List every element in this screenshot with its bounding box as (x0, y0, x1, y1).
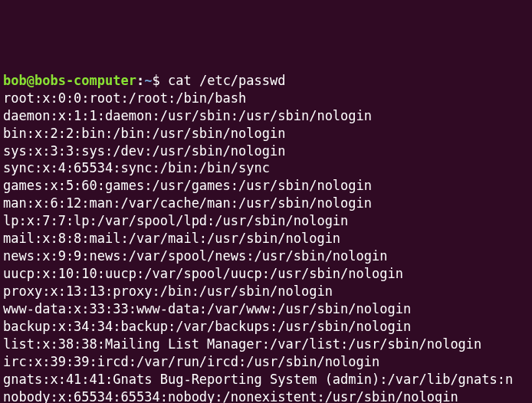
output-line: man:x:6:12:man:/var/cache/man:/usr/sbin/… (3, 195, 529, 212)
output-line: sync:x:4:65534:sync:/bin:/bin/sync (3, 159, 529, 177)
prompt-separator: : (136, 73, 144, 88)
output-line: mail:x:8:8:mail:/var/mail:/usr/sbin/nolo… (3, 230, 529, 247)
prompt-line: bob@bobs-computer:~$ cat /etc/passwd (3, 73, 286, 88)
output-line: proxy:x:13:13:proxy:/bin:/usr/sbin/nolog… (3, 283, 529, 300)
output-line: irc:x:39:39:ircd:/var/run/ircd:/usr/sbin… (3, 353, 529, 371)
prompt-path: ~ (144, 73, 152, 88)
output-line: news:x:9:9:news:/var/spool/news:/usr/sbi… (3, 247, 529, 265)
output-line: gnats:x:41:41:Gnats Bug-Reporting System… (3, 371, 529, 388)
output-line: backup:x:34:34:backup:/var/backups:/usr/… (3, 318, 529, 336)
output-line: root:x:0:0:root:/root:/bin/bash (3, 90, 529, 107)
command-text: cat /etc/passwd (168, 73, 286, 88)
output-line: list:x:38:38:Mailing List Manager:/var/l… (3, 336, 529, 353)
output-line: uucp:x:10:10:uucp:/var/spool/uucp:/usr/s… (3, 265, 529, 283)
output-line: daemon:x:1:1:daemon:/usr/sbin:/usr/sbin/… (3, 107, 529, 125)
output-line: bin:x:2:2:bin:/bin:/usr/sbin/nologin (3, 125, 529, 143)
output-line: nobody:x:65534:65534:nobody:/nonexistent… (3, 388, 529, 403)
output-line: sys:x:3:3:sys:/dev:/usr/sbin/nologin (3, 143, 529, 160)
prompt-symbol: $ (153, 73, 168, 88)
output-line: games:x:5:60:games:/usr/games:/usr/sbin/… (3, 177, 529, 195)
prompt-user-host: bob@bobs-computer (3, 73, 136, 88)
output-line: www-data:x:33:33:www-data:/var/www:/usr/… (3, 300, 529, 318)
output-line: lp:x:7:7:lp:/var/spool/lpd:/usr/sbin/nol… (3, 212, 529, 230)
terminal-screen[interactable]: bob@bobs-computer:~$ cat /etc/passwd roo… (3, 72, 529, 403)
